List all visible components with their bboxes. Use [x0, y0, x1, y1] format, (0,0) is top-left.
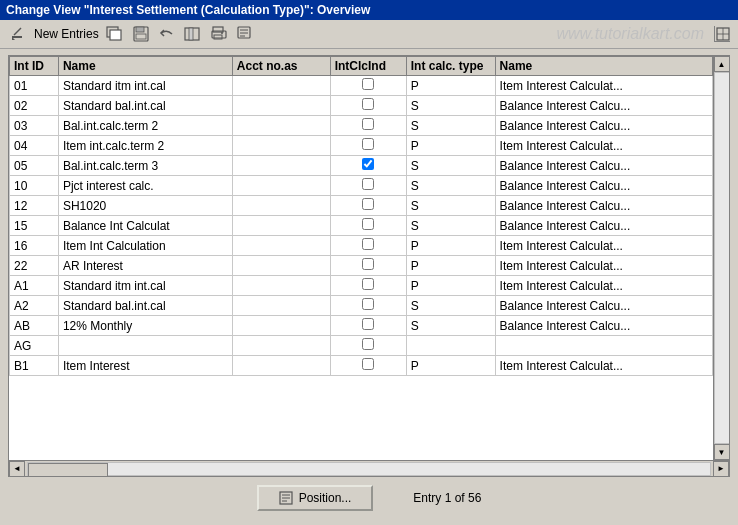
intclcind-checkbox[interactable] — [362, 258, 374, 270]
intclcind-checkbox[interactable] — [362, 298, 374, 310]
cell-intcalctype: S — [406, 116, 495, 136]
position-button[interactable]: Position... — [257, 485, 374, 511]
scroll-left-button[interactable]: ◄ — [9, 461, 25, 477]
horiz-scroll-track[interactable] — [27, 462, 711, 476]
cell-intcalctype: P — [406, 276, 495, 296]
scroll-up-button[interactable]: ▲ — [714, 56, 730, 72]
table-row[interactable]: 04Item int.calc.term 2PItem Interest Cal… — [10, 136, 713, 156]
table-row[interactable]: 05Bal.int.calc.term 3SBalance Interest C… — [10, 156, 713, 176]
cell-intclcind[interactable] — [330, 296, 406, 316]
intclcind-checkbox[interactable] — [362, 338, 374, 350]
position-icon — [279, 491, 293, 505]
cell-intclcind[interactable] — [330, 156, 406, 176]
table-row[interactable]: A1Standard itm int.calPItem Interest Cal… — [10, 276, 713, 296]
cell-acctno — [232, 136, 330, 156]
intclcind-checkbox[interactable] — [362, 238, 374, 250]
table-row[interactable]: B1Item InterestPItem Interest Calculat..… — [10, 356, 713, 376]
intclcind-checkbox[interactable] — [362, 178, 374, 190]
table-row[interactable]: 10Pjct interest calc.SBalance Interest C… — [10, 176, 713, 196]
cell-intclcind[interactable] — [330, 196, 406, 216]
undo-icon[interactable] — [157, 24, 177, 44]
cell-intclcind[interactable] — [330, 76, 406, 96]
cell-acctno — [232, 76, 330, 96]
scroll-right-button[interactable]: ► — [713, 461, 729, 477]
cell-intclcind[interactable] — [330, 96, 406, 116]
cell-intclcind[interactable] — [330, 116, 406, 136]
svg-rect-9 — [189, 28, 193, 40]
table-row[interactable]: 12SH1020SBalance Interest Calcu... — [10, 196, 713, 216]
cell-intid: 12 — [10, 196, 59, 216]
cell-intclcind[interactable] — [330, 216, 406, 236]
cell-name: Balance Int Calculat — [58, 216, 232, 236]
table-row[interactable]: 01Standard itm int.calPItem Interest Cal… — [10, 76, 713, 96]
intclcind-checkbox[interactable] — [362, 158, 374, 170]
table-row[interactable]: 03Bal.int.calc.term 2SBalance Interest C… — [10, 116, 713, 136]
scroll-track[interactable] — [714, 72, 730, 444]
cell-intclcind[interactable] — [330, 136, 406, 156]
col-header-intcalctype: Int calc. type — [406, 57, 495, 76]
cell-intid: 02 — [10, 96, 59, 116]
cell-name2: Balance Interest Calcu... — [495, 116, 712, 136]
intclcind-checkbox[interactable] — [362, 98, 374, 110]
find-icon[interactable] — [235, 24, 255, 44]
vertical-scrollbar[interactable]: ▲ ▼ — [713, 56, 729, 460]
intclcind-checkbox[interactable] — [362, 198, 374, 210]
cell-intid: B1 — [10, 356, 59, 376]
svg-rect-4 — [110, 30, 121, 40]
cell-name2: Item Interest Calculat... — [495, 256, 712, 276]
cell-name: Item Interest — [58, 356, 232, 376]
cell-intid: 01 — [10, 76, 59, 96]
cell-intclcind[interactable] — [330, 276, 406, 296]
col-header-intid: Int ID — [10, 57, 59, 76]
print-icon[interactable] — [209, 24, 229, 44]
move-icon[interactable] — [183, 24, 203, 44]
table-row[interactable]: 22AR InterestPItem Interest Calculat... — [10, 256, 713, 276]
intclcind-checkbox[interactable] — [362, 318, 374, 330]
cell-name2: Balance Interest Calcu... — [495, 196, 712, 216]
intclcind-checkbox[interactable] — [362, 358, 374, 370]
cell-intclcind[interactable] — [330, 356, 406, 376]
cell-name: SH1020 — [58, 196, 232, 216]
cell-intclcind[interactable] — [330, 256, 406, 276]
cell-intclcind[interactable] — [330, 336, 406, 356]
cell-intcalctype: S — [406, 176, 495, 196]
cell-name: Standard itm int.cal — [58, 276, 232, 296]
cell-intid: A1 — [10, 276, 59, 296]
cell-name2: Balance Interest Calcu... — [495, 176, 712, 196]
table-row[interactable]: 02Standard bal.int.calSBalance Interest … — [10, 96, 713, 116]
save-icon[interactable] — [131, 24, 151, 44]
cell-acctno — [232, 96, 330, 116]
cell-intcalctype: P — [406, 76, 495, 96]
horizontal-scrollbar[interactable]: ◄ ► — [9, 460, 729, 476]
new-entries-button[interactable]: New Entries — [34, 27, 99, 41]
resize-icon[interactable] — [714, 26, 730, 42]
svg-rect-0 — [12, 36, 22, 38]
cell-intclcind[interactable] — [330, 236, 406, 256]
table-row[interactable]: AG — [10, 336, 713, 356]
cell-intid: 22 — [10, 256, 59, 276]
cell-intid: 04 — [10, 136, 59, 156]
cell-acctno — [232, 296, 330, 316]
table-row[interactable]: A2Standard bal.int.calSBalance Interest … — [10, 296, 713, 316]
table-scroll[interactable]: Int ID Name Acct no.as IntClcInd Int cal… — [9, 56, 713, 460]
intclcind-checkbox[interactable] — [362, 138, 374, 150]
cell-name2: Balance Interest Calcu... — [495, 296, 712, 316]
cell-intcalctype: S — [406, 316, 495, 336]
cell-intcalctype: P — [406, 256, 495, 276]
table-row[interactable]: 15Balance Int CalculatSBalance Interest … — [10, 216, 713, 236]
intclcind-checkbox[interactable] — [362, 218, 374, 230]
cell-acctno — [232, 156, 330, 176]
toolbar-edit-icon[interactable] — [8, 24, 28, 44]
cell-intclcind[interactable] — [330, 316, 406, 336]
copy-rows-icon[interactable] — [105, 24, 125, 44]
scroll-down-button[interactable]: ▼ — [714, 444, 730, 460]
cell-name: Pjct interest calc. — [58, 176, 232, 196]
intclcind-checkbox[interactable] — [362, 118, 374, 130]
cell-intclcind[interactable] — [330, 176, 406, 196]
horiz-scroll-thumb[interactable] — [28, 463, 108, 477]
table-row[interactable]: 16Item Int CalculationPItem Interest Cal… — [10, 236, 713, 256]
intclcind-checkbox[interactable] — [362, 78, 374, 90]
table-row[interactable]: AB12% MonthlySBalance Interest Calcu... — [10, 316, 713, 336]
intclcind-checkbox[interactable] — [362, 278, 374, 290]
cell-acctno — [232, 336, 330, 356]
